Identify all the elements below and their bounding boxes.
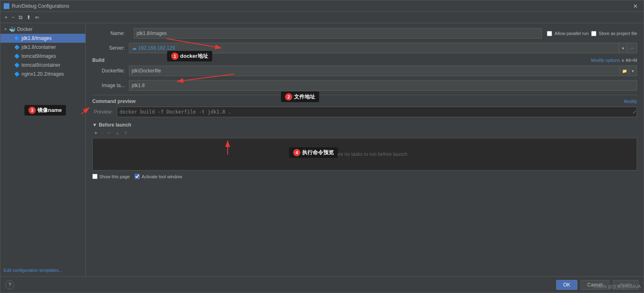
sidebar-item-label-3: tomcat9/images (22, 53, 56, 59)
image-icon-3: 🔷 (14, 54, 20, 59)
shortcut-text: Alt+M (626, 58, 637, 63)
show-page-item: Show this page (92, 174, 130, 179)
build-header: Build Modify options ∨ Alt+M (92, 57, 637, 63)
dockerfile-browse-button[interactable]: 📁 (620, 66, 629, 76)
name-row: Name: Allow parallel run Store as projec… (92, 28, 637, 39)
dockerfile-row: Dockerfile: 📁 ▾ (92, 66, 637, 76)
before-launch-toolbar: + − ✏ ▲ ▼ (92, 129, 637, 136)
preview-row: Preview: ⤢ (92, 107, 637, 117)
bottom-bar: ? OK Cancel Apply (0, 276, 644, 293)
bl-move-up-button[interactable]: ▲ (113, 129, 121, 136)
before-launch-section: ▼ Before launch + − ✏ ▲ ▼ There are no t… (92, 122, 637, 179)
bl-edit-button[interactable]: ✏ (106, 129, 113, 136)
sidebar-bottom: Edit configuration templates... (0, 266, 85, 275)
dockerfile-dropdown-arrow[interactable]: ▾ (629, 66, 637, 76)
show-this-page-checkbox[interactable] (92, 174, 98, 179)
docker-icon: 🐳 (9, 26, 15, 33)
server-label: Server: (92, 45, 129, 51)
add-button[interactable]: + (3, 13, 9, 21)
preview-expand-button[interactable]: ⤢ (633, 109, 636, 115)
main-window: Run/Debug Configurations ✕ + − ⧉ ⬆ ⇐ ▼ 🐳… (0, 0, 644, 293)
show-this-page-label: Show this page (99, 174, 130, 179)
preview-label: Preview: (92, 109, 117, 115)
title-bar-left: Run/Debug Configurations (4, 3, 69, 9)
server-more-button[interactable]: ··· (627, 43, 637, 53)
image-tag-row: Image ta... (92, 80, 637, 91)
image-tag-label: Image ta... (92, 83, 129, 88)
image-icon: 🔷 (14, 36, 20, 41)
sidebar-item-docker[interactable]: ▼ 🐳 Docker (0, 25, 85, 34)
modify-options-shortcut: ∨ (621, 58, 625, 63)
dockerfile-input[interactable] (129, 66, 620, 76)
docker-label: Docker (17, 26, 33, 32)
action-button[interactable]: ⇐ (33, 13, 41, 21)
server-dropdown[interactable]: ☁ 192.168.182.129 (129, 43, 619, 53)
checkboxes-row: Show this page Activate tool window (92, 174, 637, 179)
expand-arrow: ▼ (4, 27, 7, 31)
sidebar-item-label-4: tomcat9/container (22, 62, 60, 68)
move-up-button[interactable]: ⬆ (25, 13, 33, 21)
form-area: Name: Allow parallel run Store as projec… (86, 23, 644, 276)
before-launch-title: Before launch (99, 122, 131, 128)
sidebar-tree: ▼ 🐳 Docker 🔷 jdk1.8/images 🔷 jdk1.8/cont… (0, 23, 85, 266)
help-button[interactable]: ? (5, 280, 14, 289)
bl-remove-button[interactable]: − (100, 129, 105, 136)
activate-tool-item: Activate tool window (135, 174, 182, 179)
server-row: Server: ☁ 192.168.182.129 ▾ ··· (92, 43, 637, 53)
top-checkboxes: Allow parallel run Store as project file (547, 31, 637, 36)
sidebar-item-jdk-images[interactable]: 🔷 jdk1.8/images (0, 34, 85, 43)
app-icon (4, 3, 9, 9)
no-tasks-text: There are no tasks to run before launch (322, 151, 407, 157)
before-launch-header[interactable]: ▼ Before launch (92, 122, 637, 128)
command-header: Command preview Modify (92, 98, 637, 104)
server-dropdown-arrow[interactable]: ▾ (619, 43, 627, 53)
allow-parallel-checkbox[interactable] (547, 31, 552, 36)
window-title: Run/Debug Configurations (12, 3, 69, 9)
ok-button[interactable]: OK (556, 280, 577, 290)
name-input[interactable] (134, 28, 542, 39)
command-preview-title: Command preview (92, 98, 136, 104)
collapse-arrow: ▼ (92, 122, 97, 128)
watermark: CSDN @汶事别学JAVA (594, 284, 641, 290)
command-preview-section: Command preview Modify Preview: ⤢ (92, 98, 637, 117)
remove-button[interactable]: − (10, 13, 17, 21)
divider (92, 95, 637, 95)
main-content: ▼ 🐳 Docker 🔷 jdk1.8/images 🔷 jdk1.8/cont… (0, 23, 644, 276)
before-launch-panel: There are no tasks to run before launch (92, 138, 637, 171)
edit-config-link[interactable]: Edit configuration templates... (4, 268, 63, 273)
image-icon-2: 🔷 (14, 45, 20, 50)
modify-options-link[interactable]: Modify options (591, 58, 620, 63)
store-as-project-label: Store as project file (599, 31, 637, 36)
toolbar: + − ⧉ ⬆ ⇐ (0, 12, 644, 23)
sidebar-item-label: jdk1.8/images (22, 35, 52, 41)
sidebar: ▼ 🐳 Docker 🔷 jdk1.8/images 🔷 jdk1.8/cont… (0, 23, 86, 276)
modify-link[interactable]: Modify (624, 99, 637, 104)
sidebar-item-jdk-container[interactable]: 🔷 jdk1.8/container (0, 43, 85, 52)
sidebar-item-label-2: jdk1.8/container (22, 44, 56, 50)
activate-tool-window-checkbox[interactable] (135, 174, 140, 179)
close-button[interactable]: ✕ (631, 2, 640, 10)
title-bar: Run/Debug Configurations ✕ (0, 0, 644, 12)
activate-tool-window-label: Activate tool window (141, 174, 182, 179)
server-value: 192.168.182.129 (138, 45, 175, 51)
server-icon: ☁ (132, 45, 137, 51)
image-icon-5: 🔷 (14, 72, 20, 77)
build-title: Build (92, 57, 104, 63)
content-area: Name: Allow parallel run Store as projec… (86, 23, 644, 276)
copy-button[interactable]: ⧉ (17, 13, 24, 22)
modify-options-area: Modify options ∨ Alt+M (591, 57, 637, 63)
sidebar-item-tomcat-container[interactable]: 🔷 tomcat9/container (0, 61, 85, 70)
dockerfile-label: Dockerfile: (92, 68, 129, 74)
image-tag-input[interactable] (129, 80, 637, 91)
allow-parallel-label: Allow parallel run (555, 31, 589, 36)
bl-add-button[interactable]: + (93, 129, 99, 136)
sidebar-item-label-5: nginx1.20.2/images (22, 71, 64, 77)
image-icon-4: 🔷 (14, 63, 20, 68)
preview-input (117, 107, 637, 117)
sidebar-item-nginx-images[interactable]: 🔷 nginx1.20.2/images (0, 70, 85, 79)
name-label: Name: (92, 31, 129, 36)
bl-move-down-button[interactable]: ▼ (122, 129, 130, 136)
sidebar-item-tomcat-images[interactable]: 🔷 tomcat9/images (0, 52, 85, 61)
store-as-project-checkbox[interactable] (591, 31, 596, 36)
